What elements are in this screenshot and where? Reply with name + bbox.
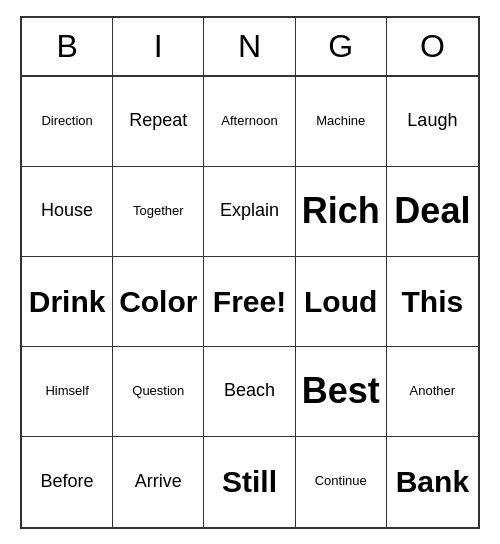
bingo-cell[interactable]: Before	[22, 437, 113, 527]
bingo-cell[interactable]: Deal	[387, 167, 478, 257]
bingo-cell[interactable]: Loud	[296, 257, 387, 347]
cell-text: Direction	[41, 114, 92, 128]
bingo-cell[interactable]: Direction	[22, 77, 113, 167]
cell-text: House	[41, 201, 93, 221]
cell-text: Together	[133, 204, 184, 218]
cell-text: Still	[222, 465, 277, 498]
bingo-cell[interactable]: Free!	[204, 257, 295, 347]
cell-text: Deal	[394, 191, 470, 231]
bingo-cell[interactable]: Color	[113, 257, 204, 347]
bingo-cell[interactable]: Repeat	[113, 77, 204, 167]
cell-text: Question	[132, 384, 184, 398]
bingo-cell[interactable]: Together	[113, 167, 204, 257]
cell-text: Explain	[220, 201, 279, 221]
bingo-cell[interactable]: Drink	[22, 257, 113, 347]
cell-text: This	[402, 285, 464, 318]
bingo-cell[interactable]: Best	[296, 347, 387, 437]
bingo-cell[interactable]: Continue	[296, 437, 387, 527]
cell-text: Best	[302, 371, 380, 411]
cell-text: Color	[119, 285, 197, 318]
cell-text: Afternoon	[221, 114, 277, 128]
bingo-cell[interactable]: Himself	[22, 347, 113, 437]
header-letter: I	[113, 18, 204, 75]
bingo-cell[interactable]: Afternoon	[204, 77, 295, 167]
bingo-cell[interactable]: Another	[387, 347, 478, 437]
bingo-grid: DirectionRepeatAfternoonMachineLaughHous…	[22, 77, 478, 527]
bingo-cell[interactable]: Laugh	[387, 77, 478, 167]
bingo-cell[interactable]: Rich	[296, 167, 387, 257]
header-letter: N	[204, 18, 295, 75]
cell-text: Arrive	[135, 472, 182, 492]
cell-text: Repeat	[129, 111, 187, 131]
bingo-cell[interactable]: Bank	[387, 437, 478, 527]
cell-text: Continue	[315, 474, 367, 488]
cell-text: Machine	[316, 114, 365, 128]
bingo-cell[interactable]: This	[387, 257, 478, 347]
cell-text: Loud	[304, 285, 377, 318]
bingo-header: BINGO	[22, 18, 478, 77]
bingo-cell[interactable]: Machine	[296, 77, 387, 167]
cell-text: Drink	[29, 285, 106, 318]
cell-text: Beach	[224, 381, 275, 401]
bingo-cell[interactable]: Arrive	[113, 437, 204, 527]
bingo-card: BINGO DirectionRepeatAfternoonMachineLau…	[20, 16, 480, 529]
cell-text: Another	[410, 384, 456, 398]
bingo-cell[interactable]: Beach	[204, 347, 295, 437]
header-letter: G	[296, 18, 387, 75]
bingo-cell[interactable]: House	[22, 167, 113, 257]
cell-text: Laugh	[407, 111, 457, 131]
cell-text: Free!	[213, 285, 286, 318]
bingo-cell[interactable]: Explain	[204, 167, 295, 257]
cell-text: Himself	[45, 384, 88, 398]
cell-text: Rich	[302, 191, 380, 231]
header-letter: O	[387, 18, 478, 75]
header-letter: B	[22, 18, 113, 75]
bingo-cell[interactable]: Question	[113, 347, 204, 437]
cell-text: Bank	[396, 465, 469, 498]
bingo-cell[interactable]: Still	[204, 437, 295, 527]
cell-text: Before	[41, 472, 94, 492]
